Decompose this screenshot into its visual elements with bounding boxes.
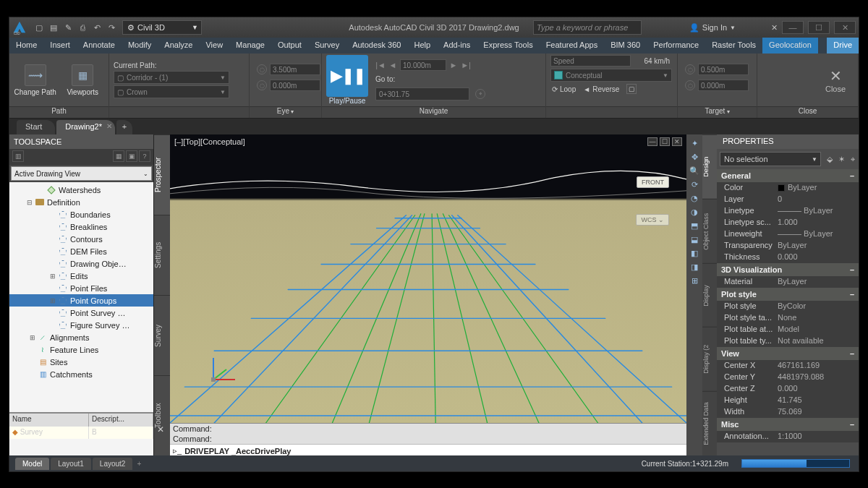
prop-linetype-sc-[interactable]: Linetype sc...1.000 bbox=[717, 217, 859, 228]
tree-dem-files[interactable]: DEM Files bbox=[9, 245, 153, 257]
tab-close-icon[interactable]: ✕ bbox=[106, 122, 112, 130]
settings-small-icon[interactable]: ▢ bbox=[626, 84, 637, 94]
menu-analyze[interactable]: Analyze bbox=[158, 38, 199, 53]
pg-plot-style[interactable]: Plot style– bbox=[717, 288, 859, 301]
layout-tab-layout1[interactable]: Layout1 bbox=[51, 458, 91, 470]
prop-layer[interactable]: Layer0 bbox=[717, 194, 859, 205]
menu-output[interactable]: Output bbox=[271, 38, 308, 53]
vtab-prospector[interactable]: Prospector bbox=[154, 134, 170, 215]
step-last-icon[interactable]: ►| bbox=[461, 61, 471, 69]
prop-transparency[interactable]: TransparencyByLayer bbox=[717, 240, 859, 252]
prop-center-y[interactable]: Center Y4481979.088 bbox=[717, 372, 859, 383]
rtab-extended-data[interactable]: Extended Data bbox=[702, 391, 717, 455]
quickselect-icon[interactable]: ⬙ bbox=[824, 155, 835, 164]
vtab-toolbox[interactable]: Toolbox bbox=[154, 375, 170, 455]
nav-pan-icon[interactable]: ✥ bbox=[689, 151, 700, 163]
prop-annotation-[interactable]: Annotation...1:1000 bbox=[717, 431, 859, 442]
tree-point-groups[interactable]: ⊞Point Groups bbox=[9, 294, 153, 307]
exchange-icon[interactable]: ✕ bbox=[771, 23, 778, 33]
prop-center-z[interactable]: Center Z0.000 bbox=[717, 383, 859, 395]
nav-compass-icon[interactable]: ◑ bbox=[689, 206, 700, 218]
prop-lineweight[interactable]: Lineweight——— ByLayer bbox=[717, 228, 859, 240]
menu-geolocation[interactable]: Geolocation bbox=[762, 38, 818, 53]
viewport[interactable]: [–][Top][Conceptual] — ☐ ✕ FRONT WCS ⌄ bbox=[170, 134, 686, 423]
pg-view[interactable]: View– bbox=[717, 347, 859, 360]
qat-save-icon[interactable]: ✎ bbox=[61, 21, 75, 34]
tree-contours[interactable]: Contours bbox=[9, 233, 153, 245]
menu-performance[interactable]: Performance bbox=[647, 38, 705, 53]
visual-style-dropdown[interactable]: Conceptual▼ bbox=[550, 69, 672, 82]
menu-survey[interactable]: Survey bbox=[308, 38, 346, 53]
ts-tool-2-icon[interactable]: ▦ bbox=[113, 150, 124, 162]
goto-field[interactable]: 0+301.75 bbox=[375, 87, 469, 100]
nav-wheel-icon[interactable]: ✦ bbox=[689, 137, 700, 149]
nav-a-icon[interactable]: ⬒ bbox=[689, 220, 700, 231]
qat-new-icon[interactable]: ▢ bbox=[33, 21, 46, 34]
minimize-button[interactable]: — bbox=[782, 21, 804, 34]
ts-tool-help-icon[interactable]: ? bbox=[139, 150, 150, 162]
grid-row-survey[interactable]: ◆ Survey B bbox=[9, 427, 153, 439]
app-icon[interactable]: C3D bbox=[9, 17, 30, 38]
loop-toggle[interactable]: ⟳Loop bbox=[552, 84, 576, 94]
grid-col-desc[interactable]: Descript... bbox=[89, 414, 153, 427]
prop-thickness[interactable]: Thickness0.000 bbox=[717, 252, 859, 263]
qat-saveas-icon[interactable]: ⎙ bbox=[76, 21, 89, 34]
command-line[interactable]: Command: Command: ▹_DRIVEPLAY _AeccDrive… bbox=[170, 423, 686, 455]
tree-drawing-obje-[interactable]: Drawing Obje… bbox=[9, 257, 153, 270]
prop-plot-table-at-[interactable]: Plot table at...Model bbox=[717, 324, 859, 335]
menu-manage[interactable]: Manage bbox=[229, 38, 271, 53]
step-back-icon[interactable]: ◄ bbox=[388, 61, 398, 69]
step-value-field[interactable]: 10.000m bbox=[400, 59, 446, 71]
nav-walk-icon[interactable]: ◔ bbox=[689, 192, 700, 204]
close-drive-button[interactable]: ✕ Close bbox=[817, 67, 854, 93]
workspace-dropdown[interactable]: ⚙ Civil 3D ▼ bbox=[122, 20, 202, 35]
nav-d-icon[interactable]: ◨ bbox=[689, 261, 700, 273]
step-first-icon[interactable]: |◄ bbox=[375, 61, 386, 69]
nav-c-icon[interactable]: ◧ bbox=[689, 247, 700, 259]
reverse-toggle[interactable]: ◄Reverse bbox=[583, 84, 619, 94]
prop-plot-style-ta-[interactable]: Plot style ta...None bbox=[717, 312, 859, 324]
tree-edits[interactable]: ⊞Edits bbox=[9, 270, 153, 282]
prop-linetype[interactable]: Linetype——— ByLayer bbox=[717, 205, 859, 217]
menu-express-tools[interactable]: Express Tools bbox=[477, 38, 539, 53]
menu-drive[interactable]: Drive bbox=[827, 38, 859, 53]
path-top-field[interactable]: ▢Corridor - (1)▼ bbox=[114, 71, 229, 84]
eye-orb-bot-icon[interactable]: ◌ bbox=[257, 80, 267, 90]
layout-tab-model[interactable]: Model bbox=[15, 458, 49, 470]
tab-drawing[interactable]: Drawing2*✕ bbox=[56, 120, 115, 134]
tree-alignments[interactable]: ⊞⟋Alignments bbox=[9, 331, 153, 343]
menu-add-ins[interactable]: Add-ins bbox=[437, 38, 477, 53]
cmd-close-icon[interactable]: ✕ bbox=[157, 424, 169, 436]
tree-boundaries[interactable]: Boundaries bbox=[9, 208, 153, 221]
rtab-design[interactable]: Design bbox=[702, 134, 717, 199]
goto-pick-icon[interactable]: ⌖ bbox=[475, 89, 485, 99]
menu-raster-tools[interactable]: Raster Tools bbox=[705, 38, 762, 53]
nav-zoom-icon[interactable]: 🔍 bbox=[689, 165, 700, 176]
toolspace-tree[interactable]: Watersheds⊟DefinitionBoundariesBreakline… bbox=[9, 182, 153, 412]
cmd-input[interactable]: DRIVEPLAY _AeccDrivePlay bbox=[184, 447, 291, 455]
rtab-display-[interactable]: Display (2 bbox=[702, 327, 717, 391]
pg-misc[interactable]: Misc– bbox=[717, 418, 859, 431]
target-orb-bot-icon[interactable]: ◌ bbox=[685, 80, 695, 90]
menu-view[interactable]: View bbox=[199, 38, 229, 53]
menu-bim-360[interactable]: BIM 360 bbox=[604, 38, 647, 53]
vtab-settings[interactable]: Settings bbox=[154, 215, 170, 295]
panel-eye-title[interactable]: Eye bbox=[250, 106, 321, 118]
tree-feature-lines[interactable]: ≀Feature Lines bbox=[9, 343, 153, 356]
tab-add[interactable]: + bbox=[116, 120, 132, 134]
pg-general[interactable]: General– bbox=[717, 169, 859, 182]
tree-watersheds[interactable]: Watersheds bbox=[9, 184, 153, 196]
viewports-button[interactable]: ▦ Viewports bbox=[61, 56, 105, 104]
nav-orbit-icon[interactable]: ⟳ bbox=[689, 179, 700, 190]
change-path-button[interactable]: ⟿ Change Path bbox=[14, 56, 57, 104]
tree-catchments[interactable]: ▥Catchments bbox=[9, 368, 153, 380]
menu-annotate[interactable]: Annotate bbox=[77, 38, 122, 53]
rtab-object-class[interactable]: Object Class bbox=[702, 199, 717, 263]
pick-icon[interactable]: ⌖ bbox=[847, 155, 859, 164]
grid-col-name[interactable]: Name bbox=[9, 414, 89, 427]
ts-tool-3-icon[interactable]: ▣ bbox=[126, 150, 137, 162]
help-search[interactable]: Type a keyword or phrase bbox=[533, 20, 642, 35]
panel-target-title[interactable]: Target bbox=[678, 106, 757, 118]
qat-redo-icon[interactable]: ↷ bbox=[105, 21, 118, 34]
maximize-button[interactable]: ☐ bbox=[808, 21, 830, 34]
